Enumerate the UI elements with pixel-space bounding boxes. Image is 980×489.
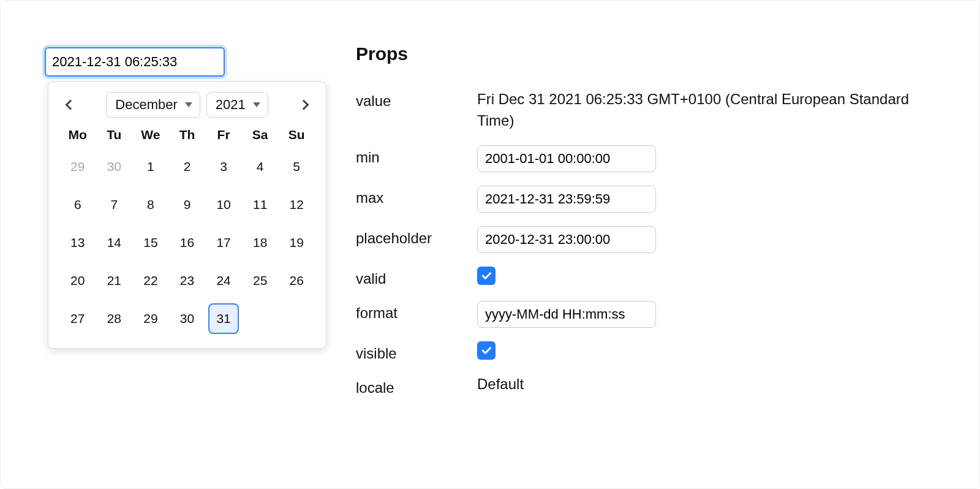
prop-label: placeholder	[356, 226, 477, 247]
calendar-day[interactable]: 14	[96, 229, 133, 256]
calendar-day[interactable]: 6	[59, 191, 96, 218]
prop-label: visible	[356, 341, 477, 362]
month-select[interactable]: December	[106, 92, 200, 118]
prop-row-visible: visible	[356, 341, 955, 362]
calendar-day[interactable]: 30	[169, 305, 206, 332]
prop-label: valid	[356, 267, 477, 287]
demo-frame: December 2021 MoTuWeThFrSaSu293012345678…	[0, 0, 980, 489]
valid-checkbox[interactable]	[477, 267, 496, 285]
calendar-day[interactable]: 15	[132, 229, 169, 256]
min-input[interactable]	[477, 145, 656, 172]
year-select-label: 2021	[216, 97, 246, 113]
props-heading: Props	[356, 44, 955, 64]
month-select-label: December	[115, 97, 177, 113]
prop-row-placeholder: placeholder	[356, 226, 955, 253]
calendar-day[interactable]: 27	[59, 305, 96, 332]
calendar-day[interactable]: 5	[278, 153, 315, 180]
caret-down-icon	[185, 102, 192, 107]
props-panel: Props value Fri Dec 31 2021 06:25:33 GMT…	[356, 44, 955, 410]
prop-row-valid: valid	[356, 267, 955, 287]
calendar-header: December 2021	[59, 92, 315, 118]
locale-value: Default	[477, 376, 955, 393]
datetime-input[interactable]	[45, 47, 225, 77]
calendar-day[interactable]: 28	[96, 305, 133, 332]
prop-label: min	[356, 145, 477, 166]
prop-row-min: min	[356, 145, 955, 172]
next-month-button[interactable]	[293, 94, 315, 116]
calendar-popup: December 2021 MoTuWeThFrSaSu293012345678…	[48, 82, 326, 349]
prop-row-locale: locale Default	[356, 376, 955, 396]
month-year-selects: December 2021	[106, 92, 268, 118]
calendar-day[interactable]: 13	[59, 229, 96, 256]
calendar-day[interactable]: 1	[132, 153, 169, 180]
prop-row-max: max	[356, 186, 955, 213]
prop-label: max	[356, 186, 477, 207]
year-select[interactable]: 2021	[206, 92, 268, 118]
calendar-day[interactable]: 24	[205, 267, 242, 294]
format-input[interactable]	[477, 301, 656, 328]
calendar-day[interactable]: 29	[132, 305, 169, 332]
calendar-day[interactable]: 22	[132, 267, 169, 294]
prop-row-format: format	[356, 301, 955, 328]
calendar-day[interactable]: 3	[205, 153, 242, 180]
weekday-header: Fr	[205, 127, 242, 142]
calendar-grid: MoTuWeThFrSaSu29301234567891011121314151…	[59, 127, 315, 332]
weekday-header: Th	[169, 127, 206, 142]
check-icon	[480, 344, 492, 357]
weekday-header: Tu	[96, 127, 133, 142]
prop-label: locale	[356, 376, 477, 396]
calendar-day[interactable]: 23	[169, 267, 206, 294]
max-input[interactable]	[477, 186, 656, 213]
calendar-day[interactable]: 20	[59, 267, 96, 294]
placeholder-input[interactable]	[477, 226, 656, 253]
calendar-day[interactable]: 4	[242, 153, 279, 180]
prop-label: format	[356, 301, 477, 322]
caret-down-icon	[253, 102, 260, 107]
prop-row-value: value Fri Dec 31 2021 06:25:33 GMT+0100 …	[356, 89, 955, 132]
calendar-day[interactable]: 19	[278, 229, 315, 256]
check-icon	[480, 270, 492, 282]
calendar-day[interactable]: 12	[278, 191, 315, 218]
weekday-header: Sa	[242, 127, 279, 142]
calendar-day[interactable]: 30	[96, 153, 133, 180]
calendar-day[interactable]: 9	[169, 191, 206, 218]
chevron-left-icon	[66, 100, 76, 110]
calendar-day[interactable]: 26	[278, 267, 315, 294]
calendar-day[interactable]: 25	[242, 267, 279, 294]
datepicker-area: December 2021 MoTuWeThFrSaSu293012345678…	[45, 47, 326, 77]
visible-checkbox[interactable]	[477, 341, 496, 360]
calendar-day[interactable]: 8	[132, 191, 169, 218]
calendar-day[interactable]: 16	[169, 229, 206, 256]
prev-month-button[interactable]	[59, 94, 81, 116]
calendar-day[interactable]: 10	[205, 191, 242, 218]
prop-label: value	[356, 89, 477, 110]
calendar-day[interactable]: 17	[205, 229, 242, 256]
calendar-day[interactable]: 7	[96, 191, 133, 218]
weekday-header: Mo	[59, 127, 96, 142]
calendar-day[interactable]: 29	[59, 153, 96, 180]
prop-value-text: Fri Dec 31 2021 06:25:33 GMT+0100 (Centr…	[477, 89, 918, 132]
chevron-right-icon	[299, 100, 309, 110]
calendar-day[interactable]: 2	[169, 153, 206, 180]
weekday-header: Su	[278, 127, 315, 142]
calendar-day[interactable]: 18	[242, 229, 279, 256]
weekday-header: We	[132, 127, 169, 142]
calendar-day[interactable]: 11	[242, 191, 279, 218]
calendar-day[interactable]: 21	[96, 267, 133, 294]
calendar-day-selected[interactable]: 31	[208, 303, 239, 334]
